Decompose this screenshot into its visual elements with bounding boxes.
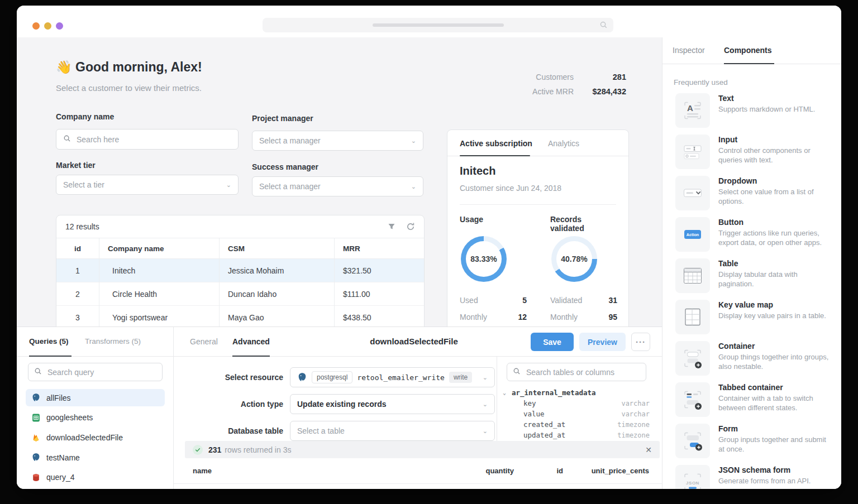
component-text: Table Display tabular data with paginati…	[718, 258, 830, 293]
cell-id: 3	[56, 313, 99, 322]
right-panel-tabs: Inspector Components	[662, 37, 841, 64]
svg-text:Action: Action	[687, 232, 699, 237]
tab-active-subscription[interactable]: Active subscription	[460, 139, 532, 148]
query-list-item[interactable]: query_4	[26, 469, 165, 486]
component-text: Key value map Display key value pairs in…	[718, 300, 830, 334]
component-description: Display key value pairs in a table.	[718, 311, 830, 320]
result-column-name[interactable]: name	[193, 467, 212, 475]
query-list-item[interactable]: testName	[26, 449, 165, 466]
traffic-light-zoom[interactable]	[56, 22, 63, 30]
component-list-item[interactable]: Table Display tabular data with paginati…	[675, 258, 835, 293]
result-column-unit-price[interactable]: unit_price_cents	[576, 467, 649, 475]
column-header-company[interactable]: Company name	[99, 244, 219, 253]
refresh-icon[interactable]	[406, 222, 415, 231]
query-list-item[interactable]: allFiles	[26, 389, 165, 406]
tab-queries[interactable]: Queries (5)	[29, 337, 69, 345]
table-row[interactable]: 3 Yogi sportswear Maya Gao $438.50	[56, 306, 424, 327]
query-name: downloadSelectedFile	[46, 433, 123, 442]
table-row[interactable]: 2 Circle Health Duncan Idaho $111.00	[56, 282, 424, 306]
component-text: Dropdown Select one value from a list of…	[718, 176, 830, 210]
queries-tabs: Queries (5) Transformers (5)	[17, 327, 173, 357]
active-tab-underline	[232, 356, 270, 357]
component-thumbnail-icon	[675, 176, 710, 210]
result-column-quantity[interactable]: quantity	[441, 467, 514, 475]
close-icon[interactable]: ✕	[645, 445, 652, 454]
customer-name: Initech	[460, 165, 495, 177]
component-text: Text Supports markdown or HTML.	[718, 93, 830, 128]
tab-transformers[interactable]: Transformers (5)	[85, 337, 141, 345]
tab-inspector[interactable]: Inspector	[673, 46, 705, 55]
titlebar-search[interactable]	[263, 18, 613, 32]
component-list-item[interactable]: A Text Supports markdown or HTML.	[675, 93, 835, 128]
schema-field-row[interactable]: value varchar	[497, 409, 662, 419]
result-column-id[interactable]: id	[513, 467, 563, 475]
query-result-toast: 231 rows returned in 3s ✕	[185, 441, 660, 458]
schema-search-field[interactable]	[525, 367, 640, 377]
component-list-item[interactable]: Dropdown Select one value from a list of…	[675, 176, 835, 210]
component-list-item[interactable]: Container Group things together into gro…	[675, 341, 835, 376]
active-tab-underline	[724, 63, 774, 64]
chevron-down-icon: ⌄	[483, 428, 488, 435]
project-manager-select[interactable]: Select a manager ⌄	[252, 131, 423, 151]
query-list-item[interactable]: downloadSelectedFile	[26, 429, 165, 446]
tab-components[interactable]: Components	[724, 46, 772, 55]
results-count: 12 results	[65, 222, 99, 231]
company-search-field[interactable]	[75, 135, 231, 145]
component-thumbnail-icon: Action	[675, 217, 710, 252]
schema-field-row[interactable]: key varchar	[497, 398, 662, 409]
component-list-item[interactable]: Input Control other components or querie…	[675, 135, 835, 169]
schema-search-input[interactable]	[507, 363, 646, 381]
component-list-item[interactable]: Key value map Display key value pairs in…	[675, 300, 835, 334]
tab-advanced[interactable]: Advanced	[232, 337, 270, 346]
component-name: Input	[718, 135, 830, 144]
query-editor-panel: Queries (5) Transformers (5) allFiles	[17, 327, 662, 489]
search-icon	[513, 367, 521, 377]
query-title: downloadSelectedFile	[336, 337, 492, 346]
database-table-select[interactable]: Select a table ⌄	[290, 421, 495, 441]
traffic-light-minimize[interactable]	[44, 22, 51, 30]
schema-field-type: timezone	[617, 431, 650, 439]
component-list-item[interactable]: JSON JSON schema form Generate forms fro…	[675, 465, 835, 489]
success-manager-select[interactable]: Select a manager ⌄	[252, 176, 423, 196]
queries-sidebar: Queries (5) Transformers (5) allFiles	[17, 327, 174, 489]
chevron-expand-icon: ⌄	[503, 390, 508, 396]
table-row[interactable]: 1 Initech Jessica Mohaim $321.50	[56, 259, 424, 282]
cell-id: 1	[56, 266, 99, 275]
query-list-item[interactable]: googlesheets	[26, 409, 165, 426]
tab-analytics[interactable]: Analytics	[548, 139, 579, 148]
query-name: testName	[46, 453, 80, 462]
column-header-csm[interactable]: CSM	[219, 244, 334, 253]
column-header-mrr[interactable]: MRR	[334, 244, 424, 253]
resource-select[interactable]: postgresql retool_emailer_write write ⌄	[290, 367, 495, 387]
component-text: Form Group inputs together and submit at…	[718, 424, 830, 458]
save-button[interactable]: Save	[531, 333, 574, 351]
query-name: query_4	[46, 473, 75, 482]
market-tier-select[interactable]: Select a tier ⌄	[56, 175, 239, 195]
component-description: Select one value from a list of options.	[718, 187, 830, 207]
traffic-light-close[interactable]	[32, 22, 40, 30]
schema-field-row[interactable]: created_at timezone	[497, 419, 662, 430]
component-list-item[interactable]: Action Button Trigger actions like run q…	[675, 217, 835, 252]
metric-row-value: 5	[522, 296, 527, 305]
query-search-input[interactable]	[28, 363, 163, 381]
component-name: Dropdown	[718, 176, 830, 185]
editor-header: General Advanced downloadSelectedFile Sa…	[174, 327, 662, 357]
tab-general[interactable]: General	[190, 337, 218, 346]
schema-field-row[interactable]: updated_at timezone	[497, 430, 662, 440]
preview-button[interactable]: Preview	[579, 333, 626, 351]
action-type-select[interactable]: Update existing records ⌄	[290, 394, 495, 414]
query-editor: General Advanced downloadSelectedFile Sa…	[174, 327, 662, 489]
query-search-field[interactable]	[46, 367, 156, 377]
search-icon	[599, 21, 608, 31]
filter-icon[interactable]	[387, 222, 396, 231]
schema-table-row[interactable]: ⌄ ar_internal_metadata	[497, 387, 662, 398]
resource-type-icon	[31, 413, 41, 423]
resource-name: retool_emailer_write	[357, 373, 445, 382]
component-name: Container	[718, 342, 830, 351]
component-list-item[interactable]: Form Group inputs together and submit at…	[675, 424, 835, 458]
column-header-id[interactable]: id	[56, 244, 99, 253]
more-options-button[interactable]: ···	[631, 333, 650, 351]
table-header-row: id Company name CSM MRR	[56, 238, 424, 259]
company-search-input[interactable]	[56, 129, 239, 150]
component-list-item[interactable]: Tabbed container Container with a tab to…	[675, 382, 835, 417]
